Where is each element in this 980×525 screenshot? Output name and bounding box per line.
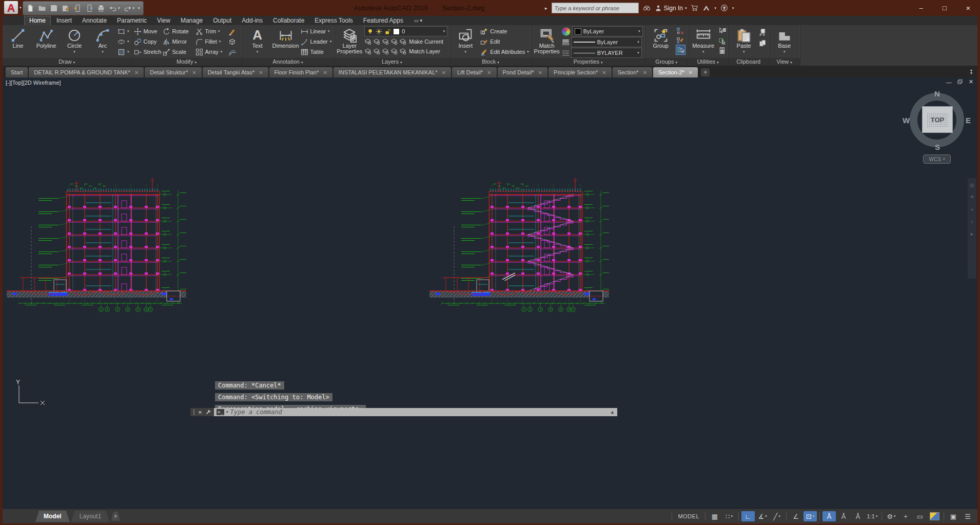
crosshair-size-toggle[interactable]: ＋ bbox=[899, 511, 912, 521]
undo-button[interactable]: ▾ bbox=[109, 4, 120, 12]
viewport-visual-style-control[interactable]: [2D Wireframe] bbox=[23, 80, 61, 86]
erase-button[interactable] bbox=[228, 26, 240, 36]
rotate-button[interactable]: Rotate bbox=[163, 26, 195, 36]
panel-label-draw[interactable]: Draw ▾ bbox=[3, 58, 131, 66]
viewcube-south[interactable]: S bbox=[935, 143, 940, 151]
edit-attributes-button[interactable]: Edit Attributes▾ bbox=[480, 47, 528, 57]
doc-restore-button[interactable] bbox=[957, 79, 963, 85]
stretch-button[interactable]: Stretch bbox=[134, 47, 163, 57]
file-tab-start[interactable]: Start bbox=[6, 67, 28, 77]
viewport-view-control[interactable]: [Top] bbox=[11, 80, 23, 86]
annotation-scale-icon-toggle[interactable]: Å bbox=[851, 511, 865, 521]
new-file-button[interactable] bbox=[26, 4, 34, 12]
move-button[interactable]: Move bbox=[134, 26, 163, 36]
ribbon-tab-parametric[interactable]: Parametric bbox=[112, 16, 151, 25]
maximize-button[interactable]: □ bbox=[933, 0, 956, 16]
plot-button[interactable] bbox=[97, 4, 105, 12]
circle-button[interactable]: Circle▾ bbox=[61, 26, 88, 54]
close-button[interactable]: × bbox=[956, 0, 980, 16]
graphics-performance-toggle[interactable] bbox=[928, 511, 941, 521]
arc-button[interactable]: Arc▾ bbox=[89, 26, 116, 54]
annotation-scale-value-toggle[interactable]: 1:1▾ bbox=[866, 511, 879, 521]
object-color-dropdown[interactable]: ByLayer▾ bbox=[572, 26, 643, 36]
linear-button[interactable]: Linear▾ bbox=[301, 26, 332, 36]
wcs-selector[interactable]: WCS ▾ bbox=[923, 154, 951, 164]
sign-in-button[interactable]: Sign In ▾ bbox=[655, 5, 687, 12]
group-selection-button[interactable] bbox=[676, 45, 685, 55]
file-tab-pond-detail[interactable]: Pond Detail*✕ bbox=[498, 67, 548, 77]
close-tab-icon[interactable]: ✕ bbox=[602, 70, 606, 75]
close-tab-icon[interactable]: ✕ bbox=[442, 70, 446, 75]
id-point-button[interactable] bbox=[718, 36, 726, 46]
steering-wheel-icon[interactable]: ◎ bbox=[970, 182, 974, 188]
close-tab-icon[interactable]: ✕ bbox=[323, 70, 327, 75]
doc-minimize-button[interactable]: — bbox=[946, 79, 952, 85]
color-wheel-icon[interactable] bbox=[562, 27, 571, 36]
close-tab-icon[interactable]: ✕ bbox=[259, 70, 263, 75]
quick-select-button[interactable] bbox=[718, 26, 726, 36]
viewcube-top-face[interactable]: TOP bbox=[922, 106, 953, 133]
orbit-icon[interactable]: ○ bbox=[970, 219, 973, 225]
panel-label-view[interactable]: View ▾ bbox=[769, 58, 800, 66]
ribbon-tab-add-ins[interactable]: Add-ins bbox=[237, 16, 267, 25]
layer-dropdown[interactable]: 0▾ bbox=[364, 26, 447, 36]
cut-button[interactable] bbox=[759, 26, 767, 37]
polar-tracking-toggle[interactable]: ∡▾ bbox=[756, 511, 769, 521]
ribbon-tab-insert[interactable]: Insert bbox=[52, 16, 76, 25]
match-layer-button[interactable]: Match Layer bbox=[409, 48, 440, 54]
file-tab-detail-struktur[interactable]: Detail Struktur*✕ bbox=[145, 67, 201, 77]
leader-button[interactable]: Leader▾ bbox=[301, 36, 332, 47]
create-button[interactable]: Create bbox=[480, 26, 528, 36]
store-cart-icon[interactable] bbox=[691, 4, 698, 12]
ribbon-tab-output[interactable]: Output bbox=[208, 16, 236, 25]
scale-button[interactable]: Scale bbox=[163, 47, 195, 57]
base-button[interactable]: Base▾ bbox=[771, 26, 798, 54]
close-tab-icon[interactable]: ✕ bbox=[487, 70, 491, 75]
file-tab-instalasi-peletakan-mekanikal[interactable]: INSTALASI PELETAKAN MEKANIKAL*✕ bbox=[334, 67, 451, 77]
dimension-button[interactable]: Dimension bbox=[272, 26, 299, 49]
new-layout-button[interactable]: + bbox=[111, 512, 120, 521]
fillet-button[interactable]: Fillet▾ bbox=[195, 36, 228, 47]
navigation-bar[interactable]: ◎ ✛ ＋ ○ ▸ bbox=[968, 178, 976, 279]
copy-clip-button[interactable] bbox=[759, 37, 767, 49]
layer-isolate-button[interactable] bbox=[373, 38, 380, 45]
layer-on-button[interactable] bbox=[364, 38, 371, 45]
ribbon-tab-annotate[interactable]: Annotate bbox=[77, 16, 111, 25]
minimize-button[interactable]: – bbox=[909, 0, 933, 16]
save-as-button[interactable] bbox=[62, 4, 70, 12]
command-line-grip[interactable]: ✕ bbox=[190, 408, 214, 416]
offset-button[interactable] bbox=[228, 47, 240, 57]
hatch-button[interactable]: ▾ bbox=[117, 47, 129, 57]
layer-properties-button[interactable]: LayerProperties bbox=[336, 26, 363, 54]
file-tab-section-2[interactable]: Section-2*✕ bbox=[653, 67, 698, 77]
viewcube[interactable]: N W E S TOP bbox=[910, 93, 964, 147]
trim-button[interactable]: Trim▾ bbox=[195, 26, 228, 36]
customize-toggle[interactable]: ☰ bbox=[961, 511, 974, 521]
command-close-icon[interactable]: ✕ bbox=[198, 410, 202, 415]
text-button[interactable]: AText▾ bbox=[244, 26, 271, 54]
rectangle-button[interactable]: ▾ bbox=[117, 26, 129, 36]
close-tab-icon[interactable]: ✕ bbox=[643, 70, 647, 75]
lineweight-dropdown[interactable]: ByLayer▾ bbox=[571, 37, 642, 47]
layer-thaw-button[interactable] bbox=[382, 48, 389, 55]
array-button[interactable]: Array▾ bbox=[195, 47, 228, 57]
layer-lock-button[interactable] bbox=[390, 38, 398, 45]
explode-button[interactable] bbox=[228, 36, 240, 47]
search-input[interactable]: Type a keyword or phrase bbox=[552, 3, 639, 13]
layer-walk-button[interactable] bbox=[399, 48, 406, 55]
ribbon-display-toggle[interactable]: ▭ ▾ bbox=[414, 18, 422, 23]
ellipse-button[interactable]: ▾ bbox=[117, 36, 129, 47]
panel-label-clipboard[interactable]: Clipboard bbox=[729, 58, 769, 66]
panel-label-groups[interactable]: Groups ▾ bbox=[645, 58, 688, 66]
measure-button[interactable]: Measure▾ bbox=[690, 26, 717, 54]
object-snap-toggle[interactable]: ⊡▾ bbox=[803, 511, 817, 521]
viewport-minimize-control[interactable]: [-] bbox=[6, 80, 11, 86]
panel-label-annotation[interactable]: Annotation ▾ bbox=[242, 58, 334, 66]
make-current-button[interactable]: Make Current bbox=[409, 38, 443, 45]
pan-icon[interactable]: ✛ bbox=[970, 194, 974, 200]
layer-off-button[interactable] bbox=[364, 48, 371, 55]
save-web-mobile-button[interactable] bbox=[85, 4, 93, 12]
ribbon-tab-featured-apps[interactable]: Featured Apps bbox=[359, 16, 408, 25]
close-tab-icon[interactable]: ✕ bbox=[192, 70, 196, 75]
close-tab-icon[interactable]: ✕ bbox=[134, 70, 139, 75]
